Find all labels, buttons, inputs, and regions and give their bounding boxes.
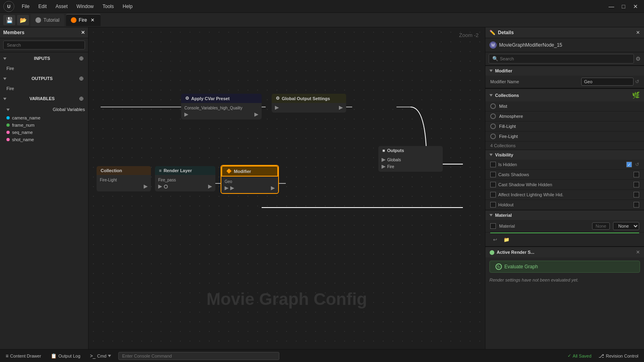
details-header-title: ✏️ Details — [489, 30, 514, 35]
visibility-holdout-row: Holdout — [485, 200, 644, 210]
is-hidden-checkbox[interactable] — [626, 162, 632, 167]
collections-add-button[interactable]: 🌿 — [632, 91, 640, 99]
tab-tutorial-icon — [35, 17, 41, 23]
material-reset-button[interactable]: ↩ — [490, 235, 500, 245]
menu-help[interactable]: Help — [119, 2, 137, 11]
global-variables-header[interactable]: Global Variables — [0, 105, 88, 114]
close-button[interactable]: ✕ — [630, 2, 641, 10]
cast-shadow-hidden-left-chk[interactable] — [490, 182, 496, 187]
search-input[interactable] — [3, 41, 85, 49]
material-chk[interactable] — [490, 223, 496, 229]
casts-shadows-checkbox[interactable] — [634, 172, 639, 177]
holdout-label: Holdout — [498, 202, 514, 207]
holdout-left-chk[interactable] — [490, 202, 496, 208]
collection-atmosphere-radio[interactable] — [490, 113, 496, 119]
is-hidden-left: Is Hidden — [490, 162, 517, 167]
node-outputs[interactable]: ■ Outputs Globals Fire — [378, 146, 443, 172]
variables-section-header[interactable]: VARIABLES ⊕ — [0, 93, 88, 105]
modifier-name-input[interactable] — [581, 78, 634, 86]
collection-atmosphere[interactable]: Atmosphere — [485, 111, 644, 121]
inputs-section-header[interactable]: INPUTS ⊕ — [0, 52, 88, 64]
save-toolbar-button[interactable]: 💾 — [3, 15, 15, 25]
output-log-icon: 📋 — [51, 353, 57, 359]
source-toolbar-button[interactable]: 📂 — [17, 15, 29, 25]
menu-window[interactable]: Window — [72, 2, 98, 11]
node-apply-cvar[interactable]: ⚙ Apply CVar Preset Console_Variables_hi… — [181, 94, 262, 119]
modifier-name-reset[interactable]: ↺ — [635, 79, 639, 84]
var-seq-name[interactable]: seq_name — [0, 129, 88, 136]
outputs-section-header[interactable]: OUTPUTS ⊕ — [0, 72, 88, 84]
revision-control-button[interactable]: ⎇ Revision Control — [596, 352, 641, 360]
casts-shadows-left-chk[interactable] — [490, 172, 496, 177]
inputs-add-button[interactable]: ⊕ — [78, 55, 85, 62]
menu-asset[interactable]: Asset — [52, 2, 72, 11]
menu-tools[interactable]: Tools — [99, 2, 118, 11]
menu-file[interactable]: File — [18, 2, 33, 11]
collection-mist-radio[interactable] — [490, 103, 496, 109]
visibility-section: Visibility Is Hidden ↺ Casts Shadows — [485, 150, 644, 210]
apply-cvar-subtitle: Console_Variables_high_Quality — [181, 105, 262, 111]
modifier-section-arrow — [489, 70, 493, 72]
modifier-section-header[interactable]: Modifier — [485, 66, 644, 76]
svg-text:U: U — [7, 4, 10, 9]
var-shot-name[interactable]: shot_name — [0, 136, 88, 143]
outputs-globals-pin — [382, 158, 386, 162]
details-settings-icon[interactable]: ⚙ — [636, 56, 641, 62]
node-collection[interactable]: Collection Fire-Light — [97, 166, 151, 191]
modifier-title: Modifier — [234, 169, 251, 174]
tab-fire-close[interactable]: ✕ — [89, 17, 96, 23]
render-layer-mid-pin — [164, 185, 168, 189]
modifier-name-row: Modifier Name ↺ — [485, 76, 644, 88]
collection-fire-light-radio[interactable] — [490, 134, 496, 139]
content-drawer-button[interactable]: ≡ Content Drawer — [3, 352, 43, 360]
holdout-checkbox[interactable] — [634, 202, 639, 208]
material-section-header[interactable]: Material — [485, 210, 644, 220]
collections-section-header[interactable]: Collections 🌿 — [485, 88, 644, 101]
variables-add-button[interactable]: ⊕ — [78, 95, 85, 102]
collection-mist[interactable]: Mist — [485, 101, 644, 111]
var-frame-num[interactable]: frame_num — [0, 121, 88, 129]
canvas-area[interactable]: Zoom -2 Movie Graph Config ⚙ Apply CVar … — [89, 27, 485, 349]
indirect-lighting-left-chk[interactable] — [490, 192, 496, 197]
material-dropdown[interactable]: None — [613, 222, 639, 230]
node-modifier[interactable]: 🔶 Modifier Geo — [221, 165, 279, 194]
inputs-item-fire[interactable]: Fire — [0, 64, 88, 72]
var-camera-name[interactable]: camera_name — [0, 114, 88, 121]
outputs-add-button[interactable]: ⊕ — [78, 75, 85, 82]
var-frame-label: frame_num — [12, 123, 35, 128]
evaluate-graph-button[interactable]: ↻ Evaluate Graph — [489, 261, 640, 273]
outputs-item-fire[interactable]: Fire — [0, 84, 88, 93]
menu-edit[interactable]: Edit — [34, 2, 51, 11]
collection-fire-light[interactable]: Fire-Light — [485, 132, 644, 142]
tab-tutorial[interactable]: Tutorial — [31, 14, 64, 26]
node-instance-name: MovieGraphModifierNode_15 — [499, 42, 562, 48]
details-search-input[interactable] — [500, 56, 630, 61]
output-log-label: Output Log — [58, 354, 80, 358]
global-output-out-pin — [339, 106, 343, 110]
is-hidden-reset[interactable]: ↺ — [635, 162, 639, 167]
tab-fire[interactable]: Fire ✕ — [66, 14, 101, 26]
node-render-layer[interactable]: ≡ Render Layer Fire_pass — [155, 166, 215, 191]
is-hidden-left-chk[interactable] — [490, 162, 496, 167]
details-close-button[interactable]: ✕ — [636, 30, 640, 35]
visibility-label: Visibility — [495, 152, 513, 157]
var-seq-dot — [6, 131, 10, 134]
details-search-box: 🔍 — [489, 54, 634, 64]
collection-fill-light-radio[interactable] — [490, 123, 496, 129]
maximize-button[interactable]: □ — [618, 2, 629, 10]
output-log-button[interactable]: 📋 Output Log — [48, 352, 83, 360]
cmd-button[interactable]: >_ Cmd — [88, 352, 114, 360]
indirect-lighting-checkbox[interactable] — [634, 192, 639, 197]
collection-fill-light[interactable]: Fill-Light — [485, 121, 644, 132]
outputs-fire-label: Fire — [387, 165, 394, 169]
console-command-input[interactable] — [118, 352, 279, 360]
node-global-output[interactable]: ⚙ Global Output Settings — [272, 94, 346, 113]
material-browse-button[interactable]: 📁 — [502, 235, 511, 245]
node-global-output-header: ⚙ Global Output Settings — [272, 94, 346, 103]
visibility-section-header[interactable]: Visibility — [485, 150, 644, 160]
members-close-button[interactable]: ✕ — [81, 30, 85, 35]
active-render-close[interactable]: ✕ — [636, 249, 640, 255]
cast-shadow-hidden-checkbox[interactable] — [634, 182, 639, 187]
all-saved-icon: ✓ — [568, 353, 571, 358]
minimize-button[interactable]: — — [606, 2, 617, 10]
